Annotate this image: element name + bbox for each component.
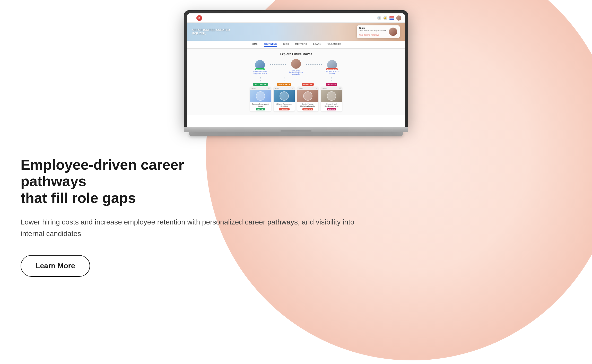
job-img-circle-3 bbox=[303, 91, 312, 101]
badge-future-move: FUTURE MOVE bbox=[326, 68, 338, 70]
journey-avatar-future: FUTURE MOVE bbox=[327, 60, 337, 70]
job-close-1[interactable]: ✕ bbox=[268, 87, 270, 89]
job-card-top-2: SAVED ✕ bbox=[274, 87, 295, 90]
job-img-circle-2 bbox=[280, 91, 289, 101]
match-badge-2: MEDIUM MATCH bbox=[277, 83, 291, 86]
journey-path: EASY STEP Click Here to Find Suggested M… bbox=[192, 59, 400, 75]
hero-card-link[interactable]: Give it some more love bbox=[359, 34, 379, 36]
connector-lines bbox=[192, 77, 400, 82]
job-card-top-1: SAVED ✕ bbox=[250, 87, 271, 90]
hero-avatar bbox=[389, 28, 397, 36]
hero-card-text: Nikki Your profile is looking awesome. G… bbox=[359, 27, 387, 37]
job-badge-2: FUTURE MOVE bbox=[279, 108, 290, 110]
job-card-3[interactable]: SAVED ✕ Senior Product Marketing Special… bbox=[297, 87, 318, 111]
learn-more-button[interactable]: Learn More bbox=[21, 255, 90, 277]
job-card-body-3: Senior Product Marketing Specialist FUTU… bbox=[297, 102, 318, 111]
match-section-4: WILD CARD SAVED ✕ bbox=[321, 83, 342, 111]
job-badge-1: NEXT STEP bbox=[256, 108, 265, 110]
app-navbar: G 🔍 🔔 bbox=[187, 13, 405, 23]
hero-text: OPPORTUNITIES CURATED FOR YOU. bbox=[187, 28, 235, 36]
badge-easy-step: EASY STEP bbox=[255, 68, 265, 70]
job-card-4[interactable]: SAVED ✕ Research and Development Lead bbox=[321, 87, 342, 111]
match-badge-4: WILD CARD bbox=[326, 83, 337, 86]
tab-vacancies[interactable]: VACANCIES bbox=[328, 43, 342, 47]
job-title-2: Alliance Management Specialist bbox=[275, 103, 293, 107]
job-close-4[interactable]: ✕ bbox=[339, 87, 341, 89]
laptop-screen-outer: G 🔍 🔔 OPPORTUNITIES CURATED bbox=[184, 10, 408, 127]
connector-line-2 bbox=[274, 77, 295, 82]
flag-icon bbox=[389, 16, 394, 20]
tab-gigs[interactable]: GIGS bbox=[283, 43, 289, 47]
job-badge-3: FUTURE MOVE bbox=[302, 108, 314, 110]
laptop-section: G 🔍 🔔 OPPORTUNITIES CURATED bbox=[0, 0, 592, 136]
main-heading: Employee-driven career pathways that fil… bbox=[21, 157, 201, 206]
job-card-2[interactable]: SAVED ✕ Alliance Management Specialist bbox=[274, 87, 295, 111]
job-image-3 bbox=[297, 90, 318, 102]
hero-card-name: Nikki bbox=[359, 27, 387, 29]
laptop-screen-content: G 🔍 🔔 OPPORTUNITIES CURATED bbox=[187, 13, 405, 127]
job-badge-4: WILD CARD bbox=[327, 108, 336, 110]
job-saved-label-1: SAVED bbox=[251, 88, 256, 89]
match-section-2: MEDIUM MATCH SAVED ✕ bbox=[274, 83, 295, 111]
hero-line2: FOR YOU. bbox=[192, 32, 230, 35]
bell-icon[interactable]: 🔔 bbox=[383, 16, 387, 20]
match-badge-3: HIGH MATCH bbox=[302, 83, 314, 86]
match-badge-1: NEXT LM MATCH bbox=[253, 83, 268, 86]
page-wrapper: G 🔍 🔔 OPPORTUNITIES CURATED bbox=[0, 0, 592, 364]
hero-profile-card: Nikki Your profile is looking awesome. G… bbox=[357, 25, 400, 38]
job-image-4 bbox=[321, 90, 342, 102]
connector-line-3 bbox=[297, 77, 318, 82]
job-card-body-4: Research and Development Lead WILD CARD bbox=[321, 102, 342, 111]
job-img-circle-1 bbox=[256, 91, 265, 101]
job-title-4: Research and Development Lead bbox=[322, 103, 341, 107]
tab-learn[interactable]: LEARN bbox=[313, 43, 321, 47]
job-close-3[interactable]: ✕ bbox=[316, 87, 317, 89]
job-saved-label-2: SAVED bbox=[275, 88, 279, 89]
hamburger-icon[interactable] bbox=[191, 17, 194, 19]
journey-label-future: Click Here to Find a Journey bbox=[322, 71, 342, 74]
match-section-3: HIGH MATCH SAVED ✕ bbox=[297, 83, 318, 111]
job-saved-label-3: SAVED bbox=[299, 88, 303, 89]
tab-journeys[interactable]: JOURNEYS bbox=[264, 43, 277, 47]
match-section-1: NEXT LM MATCH SAVED ✕ bbox=[250, 83, 271, 111]
hero-banner: OPPORTUNITIES CURATED FOR YOU. Nikki You… bbox=[187, 23, 405, 41]
heading-line1: Employee-driven career pathways bbox=[21, 157, 184, 189]
job-action-2: FUTURE MOVE bbox=[275, 108, 293, 110]
job-card-body-2: Alliance Management Specialist FUTURE MO… bbox=[274, 102, 295, 111]
job-image-1 bbox=[250, 90, 271, 102]
search-icon[interactable]: 🔍 bbox=[377, 16, 381, 20]
job-img-circle-4 bbox=[327, 91, 336, 101]
laptop-base bbox=[184, 127, 408, 132]
job-saved-label-4: SAVED bbox=[322, 88, 327, 89]
journey-label-current: Yee TodayProduct Marketing Associate bbox=[286, 70, 306, 75]
job-title-1: Business Development Analyst bbox=[251, 103, 270, 107]
app-logo: G bbox=[196, 15, 202, 21]
hero-card-desc: Your profile is looking awesome. bbox=[359, 29, 387, 32]
text-section: Employee-driven career pathways that fil… bbox=[0, 136, 592, 277]
user-avatar[interactable] bbox=[396, 15, 401, 21]
sub-text: Lower hiring costs and increase employee… bbox=[21, 216, 355, 240]
connector-line-4 bbox=[321, 77, 342, 82]
laptop: G 🔍 🔔 OPPORTUNITIES CURATED bbox=[184, 10, 408, 136]
job-card-1[interactable]: SAVED ✕ Business Development Analyst bbox=[250, 87, 271, 111]
heading-line2: that fill role gaps bbox=[21, 190, 136, 206]
job-card-top-4: SAVED ✕ bbox=[321, 87, 342, 90]
tab-home[interactable]: HOME bbox=[250, 43, 258, 47]
journey-avatar-start: EASY STEP bbox=[255, 60, 265, 70]
job-action-4: WILD CARD bbox=[322, 108, 341, 110]
section-title: Explore Future Moves bbox=[192, 52, 400, 56]
laptop-foot bbox=[189, 132, 403, 136]
job-card-body-1: Business Development Analyst NEXT STEP bbox=[250, 102, 271, 111]
tab-mentors[interactable]: MENTORS bbox=[295, 43, 307, 47]
job-close-2[interactable]: ✕ bbox=[292, 87, 293, 89]
job-image-2 bbox=[274, 90, 295, 102]
app-tabs: HOME JOURNEYS GIGS MENTORS LEARN VACANCI… bbox=[187, 41, 405, 49]
journey-node-start: EASY STEP Click Here to Find Suggested M… bbox=[250, 60, 270, 74]
job-title-3: Senior Product Marketing Specialist bbox=[299, 103, 317, 107]
nav-right: 🔍 🔔 bbox=[377, 15, 401, 21]
jobs-grid: NEXT LM MATCH SAVED ✕ bbox=[192, 83, 400, 111]
connector-1 bbox=[270, 64, 286, 65]
app-main: Explore Future Moves EASY STEP Click Her… bbox=[187, 49, 405, 115]
connector-line-1 bbox=[250, 77, 271, 82]
journey-label-start: Click Here to Find Suggested Moves bbox=[250, 71, 270, 74]
